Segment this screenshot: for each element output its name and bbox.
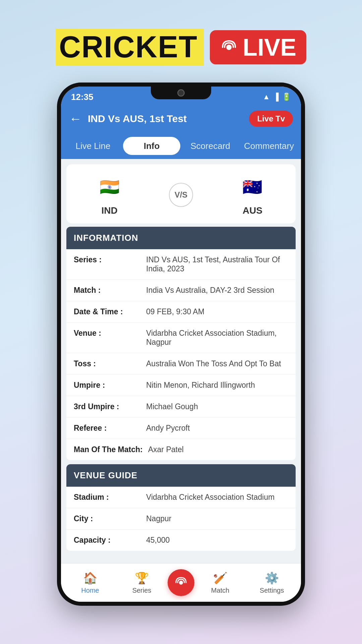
back-button[interactable]: ← <box>69 112 82 126</box>
info-row-umpire: Umpire : Nitin Menon, Richard Illingwort… <box>66 375 296 396</box>
venue-row-capacity: Capacity : 45,000 <box>66 530 296 551</box>
nav-home-label: Home <box>81 587 99 594</box>
content-area: 🇮🇳 IND V/S 🇦🇺 AUS INFORMATION Series : I… <box>61 159 301 563</box>
info-value-motm: Axar Patel <box>148 445 288 454</box>
venue-value-city: Nagpur <box>146 514 288 523</box>
phone-screen: 12:35 ▲ ▐ 🔋 ← IND Vs AUS, 1st Test Live … <box>61 87 301 602</box>
nav-live-center[interactable] <box>168 569 194 596</box>
venue-row-stadium: Stadium : Vidarbha Cricket Association S… <box>66 487 296 508</box>
home-icon: 🏠 <box>83 571 97 585</box>
team-aus: 🇦🇺 AUS <box>239 174 266 216</box>
info-label-referee: Referee : <box>74 424 141 433</box>
notch-camera <box>177 89 185 97</box>
information-header-text: INFORMATION <box>74 233 138 243</box>
info-label-toss: Toss : <box>74 359 141 368</box>
info-label-datetime: Date & Time : <box>74 307 141 316</box>
team-aus-flag: 🇦🇺 <box>239 174 266 201</box>
wifi-icon: ▲ <box>263 93 270 101</box>
information-table: Series : IND Vs AUS, 1st Test, Australia… <box>66 249 296 460</box>
battery-icon: 🔋 <box>282 93 291 101</box>
info-value-venue: Vidarbha Cricket Association Stadium, Na… <box>146 329 288 347</box>
info-row-3rd-umpire: 3rd Umpire : Michael Gough <box>66 396 296 418</box>
top-bar: ← IND Vs AUS, 1st Test Live Tv <box>61 105 301 133</box>
info-row-datetime: Date & Time : 09 FEB, 9:30 AM <box>66 301 296 323</box>
info-label-motm: Man Of The Match: <box>74 445 143 454</box>
title-live: LIVE <box>210 30 306 64</box>
title-cricket: CRICKET <box>56 29 204 66</box>
phone-frame: 12:35 ▲ ▐ 🔋 ← IND Vs AUS, 1st Test Live … <box>57 83 305 606</box>
nav-match[interactable]: 🏏 Match <box>194 571 246 594</box>
info-label-3rd-umpire: 3rd Umpire : <box>74 402 141 411</box>
team-ind: 🇮🇳 IND <box>96 174 123 216</box>
venue-value-capacity: 45,000 <box>146 536 288 545</box>
info-value-umpire: Nitin Menon, Richard Illingworth <box>146 381 288 390</box>
nav-match-label: Match <box>211 587 229 594</box>
info-row-series: Series : IND Vs AUS, 1st Test, Australia… <box>66 249 296 280</box>
info-label-match: Match : <box>74 286 141 295</box>
venue-value-stadium: Vidarbha Cricket Association Stadium <box>146 493 288 502</box>
tab-scorecard[interactable]: Scorecard <box>182 137 239 155</box>
info-row-referee: Referee : Andy Pycroft <box>66 418 296 439</box>
settings-icon: ⚙️ <box>265 571 279 585</box>
live-tv-button[interactable]: Live Tv <box>249 111 293 127</box>
info-value-match: India Vs Australia, DAY-2 3rd Session <box>146 286 288 295</box>
team-ind-name: IND <box>102 205 118 216</box>
venue-label-city: City : <box>74 514 141 523</box>
nav-series-label: Series <box>132 587 152 594</box>
info-row-venue: Venue : Vidarbha Cricket Association Sta… <box>66 323 296 353</box>
venue-label-stadium: Stadium : <box>74 493 141 502</box>
vs-badge: V/S <box>169 183 193 207</box>
live-broadcast-icon <box>174 576 188 589</box>
team-aus-name: AUS <box>243 205 262 216</box>
team-ind-flag: 🇮🇳 <box>96 174 123 201</box>
bottom-nav: 🏠 Home 🏆 Series 🏏 Match <box>61 563 301 602</box>
info-value-toss: Australia Won The Toss And Opt To Bat <box>146 359 288 368</box>
information-header: INFORMATION <box>66 227 296 249</box>
match-icon: 🏏 <box>213 571 227 585</box>
info-row-motm: Man Of The Match: Axar Patel <box>66 439 296 460</box>
svg-point-1 <box>179 581 183 585</box>
app-title: CRICKET LIVE <box>56 29 306 66</box>
live-signal-icon <box>220 38 238 56</box>
nav-settings-label: Settings <box>260 587 284 594</box>
info-label-series: Series : <box>74 255 141 264</box>
series-icon: 🏆 <box>135 571 149 585</box>
live-center-button[interactable] <box>168 569 194 596</box>
info-label-umpire: Umpire : <box>74 381 141 390</box>
venue-guide-header-text: VENUE GUIDE <box>74 470 137 480</box>
tab-info[interactable]: Info <box>123 137 180 155</box>
info-value-datetime: 09 FEB, 9:30 AM <box>146 307 288 316</box>
nav-home[interactable]: 🏠 Home <box>64 571 116 594</box>
info-label-venue: Venue : <box>74 329 141 338</box>
tab-live-line[interactable]: Live Line <box>64 137 122 155</box>
venue-guide-header: VENUE GUIDE <box>66 464 296 487</box>
info-value-3rd-umpire: Michael Gough <box>146 402 288 411</box>
phone-notch <box>151 87 211 99</box>
venue-guide-table: Stadium : Vidarbha Cricket Association S… <box>66 487 296 551</box>
nav-settings[interactable]: ⚙️ Settings <box>246 571 298 594</box>
tabs-bar: Live Line Info Scorecard Commentary <box>61 133 301 159</box>
info-value-series: IND Vs AUS, 1st Test, Australia Tour Of … <box>146 255 288 273</box>
venue-label-capacity: Capacity : <box>74 536 141 545</box>
info-row-toss: Toss : Australia Won The Toss And Opt To… <box>66 353 296 375</box>
svg-point-0 <box>226 45 232 50</box>
info-row-match: Match : India Vs Australia, DAY-2 3rd Se… <box>66 280 296 301</box>
tab-commentary[interactable]: Commentary <box>240 137 298 155</box>
status-time: 12:35 <box>71 92 94 102</box>
info-value-referee: Andy Pycroft <box>146 424 288 433</box>
teams-card: 🇮🇳 IND V/S 🇦🇺 AUS <box>66 164 296 223</box>
nav-series[interactable]: 🏆 Series <box>116 571 168 594</box>
status-icons: ▲ ▐ 🔋 <box>263 93 291 101</box>
venue-row-city: City : Nagpur <box>66 508 296 530</box>
signal-icon: ▐ <box>273 93 279 101</box>
match-title: IND Vs AUS, 1st Test <box>88 113 243 124</box>
